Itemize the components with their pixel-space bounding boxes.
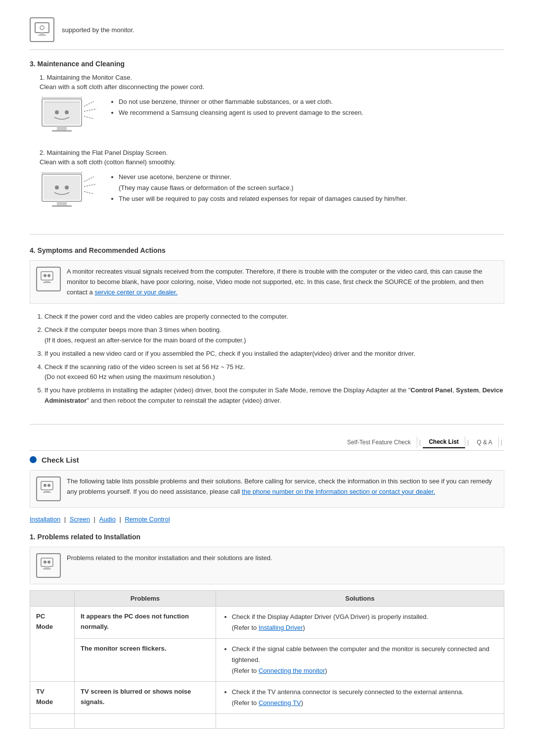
maintenance-item1-content: Do not use benzene, thinner or other fla… xyxy=(30,96,504,141)
svg-rect-40 xyxy=(44,567,49,568)
svg-point-22 xyxy=(65,186,69,189)
problems-info-box: Problems related to the monitor installa… xyxy=(30,547,504,584)
nav-installation[interactable]: Installation xyxy=(30,516,60,523)
col-problems: Problems xyxy=(75,590,216,606)
svg-rect-36 xyxy=(43,492,51,493)
nav-audio[interactable]: Audio xyxy=(99,516,116,523)
svg-line-24 xyxy=(84,184,96,187)
maintenance-item2: 2. Maintaining the Flat Panel Display Sc… xyxy=(30,149,504,216)
monitor-icon-cl xyxy=(36,476,61,501)
section4-heading: 4. Symptoms and Recommended Actions xyxy=(30,246,504,254)
monitor-icon-top xyxy=(30,17,54,42)
connecting-monitor-link[interactable]: Connecting the monitor xyxy=(259,667,325,674)
bullet-item: Do not use benzene, thinner or other fla… xyxy=(119,96,363,107)
mode-tv: TVMode xyxy=(30,682,75,714)
svg-line-12 xyxy=(84,109,96,111)
check-list-info-text: The following table lists possible probl… xyxy=(67,476,498,497)
mode-pc: PCMode xyxy=(30,606,75,681)
step-item: Check if the power cord and the video ca… xyxy=(44,312,504,322)
svg-rect-6 xyxy=(57,126,67,130)
solution-cell: Check if the TV antenna connector is sec… xyxy=(216,682,504,714)
maintenance-item1-bullets: Do not use benzene, thinner or other fla… xyxy=(109,96,363,118)
svg-line-11 xyxy=(84,101,94,106)
svg-point-37 xyxy=(44,484,46,487)
svg-rect-19 xyxy=(57,201,67,205)
monitor-illustration-1 xyxy=(40,96,99,141)
check-list-section: Check List The following table lists pos… xyxy=(30,456,504,523)
check-list-info-box: The following table lists possible probl… xyxy=(30,470,504,508)
bullet-item: The user will be required to pay costs a… xyxy=(119,193,407,204)
svg-point-42 xyxy=(44,561,46,564)
svg-rect-5 xyxy=(44,100,80,125)
maintenance-item1-title: 1. Maintaining the Monitor Case. xyxy=(30,74,504,81)
section4-steps: Check if the power cord and the video ca… xyxy=(30,312,504,406)
installing-driver-link[interactable]: Installing Driver xyxy=(259,624,303,631)
monitor-illustration-2 xyxy=(40,172,99,216)
svg-point-43 xyxy=(47,561,50,564)
section3-heading: 3. Maintenance and Cleaning xyxy=(30,60,504,68)
solution-cell: Check if the signal cable between the co… xyxy=(216,638,504,681)
svg-rect-2 xyxy=(38,35,46,36)
svg-rect-20 xyxy=(52,205,72,207)
problem-cell: TV screen is blurred or shows noise sign… xyxy=(75,682,216,714)
col-solutions: Solutions xyxy=(216,590,504,606)
svg-line-13 xyxy=(84,116,94,119)
tab-self-test[interactable]: Self-Test Feature Check xyxy=(341,437,417,448)
svg-rect-7 xyxy=(52,130,72,132)
nav-remote-control[interactable]: Remote Control xyxy=(125,516,170,523)
svg-rect-35 xyxy=(44,490,49,492)
svg-line-23 xyxy=(84,177,94,182)
svg-rect-34 xyxy=(41,481,53,490)
problems-heading: 1. Problems related to Installation xyxy=(30,533,504,541)
section4-info-box: A monitor recreates visual signals recei… xyxy=(30,260,504,304)
problems-section: 1. Problems related to Installation Prob… xyxy=(30,533,504,729)
svg-rect-1 xyxy=(40,33,44,35)
table-row xyxy=(30,714,504,729)
maintenance-item2-content: Never use acetone, benzene or thinner.(T… xyxy=(30,172,504,216)
svg-point-3 xyxy=(40,26,44,30)
svg-point-8 xyxy=(55,110,59,114)
step-item: If you installed a new video card or if … xyxy=(44,349,504,359)
svg-line-25 xyxy=(84,191,94,194)
check-list-header: Check List xyxy=(30,456,504,464)
maintenance-item2-bullets: Never use acetone, benzene or thinner.(T… xyxy=(109,172,407,204)
tab-qa[interactable]: Q & A xyxy=(471,437,498,448)
svg-rect-41 xyxy=(43,568,51,569)
maintenance-item1-subtitle: Clean with a soft cloth after disconnect… xyxy=(30,83,504,91)
solution-cell: Check if the Display Adapter Driver (VGA… xyxy=(216,606,504,638)
info-section-link[interactable]: the phone number on the Information sect… xyxy=(242,488,435,495)
svg-rect-18 xyxy=(44,176,80,200)
maintenance-item1: 1. Maintaining the Monitor Case. Clean w… xyxy=(30,74,504,141)
monitor-icon-s4 xyxy=(36,267,61,291)
svg-point-38 xyxy=(47,484,50,487)
bullet-item: Never use acetone, benzene or thinner.(T… xyxy=(119,172,407,193)
top-section: supported by the monitor. xyxy=(30,10,504,50)
svg-point-21 xyxy=(55,186,59,189)
step-item: Check if the scanning ratio of the video… xyxy=(44,362,504,383)
svg-point-33 xyxy=(47,274,50,277)
problems-table: Problems Solutions PCMode It appears the… xyxy=(30,590,504,729)
problem-cell: The monitor screen flickers. xyxy=(75,638,216,681)
top-section-text: supported by the monitor. xyxy=(62,26,134,34)
col-mode xyxy=(30,590,75,606)
section-maintenance: 3. Maintenance and Cleaning 1. Maintaini… xyxy=(30,60,504,235)
section4-info-text: A monitor recreates visual signals recei… xyxy=(67,267,498,297)
table-row: The monitor screen flickers. Check if th… xyxy=(30,638,504,681)
table-row: PCMode It appears the PC does not functi… xyxy=(30,606,504,638)
problems-info-text: Problems related to the monitor installa… xyxy=(67,553,272,564)
svg-rect-39 xyxy=(41,558,53,567)
svg-rect-30 xyxy=(44,280,49,282)
tab-bar: Self-Test Feature Check | Check List | Q… xyxy=(30,436,504,451)
svg-point-32 xyxy=(44,274,46,277)
svg-point-9 xyxy=(65,110,69,114)
service-center-link[interactable]: service center or your dealer. xyxy=(94,288,178,296)
problem-cell: It appears the PC does not function norm… xyxy=(75,606,216,638)
maintenance-item2-subtitle: Clean with a soft cloth (cotton flannel)… xyxy=(30,158,504,166)
connecting-tv-link[interactable]: Connecting TV xyxy=(259,699,301,707)
nav-screen[interactable]: Screen xyxy=(70,516,90,523)
maintenance-item2-title: 2. Maintaining the Flat Panel Display Sc… xyxy=(30,149,504,156)
svg-rect-29 xyxy=(41,272,53,280)
bullet-item: We recommend a Samsung cleansing agent i… xyxy=(119,107,363,118)
section-symptoms: 4. Symptoms and Recommended Actions A mo… xyxy=(30,246,504,425)
tab-check-list[interactable]: Check List xyxy=(423,436,465,448)
